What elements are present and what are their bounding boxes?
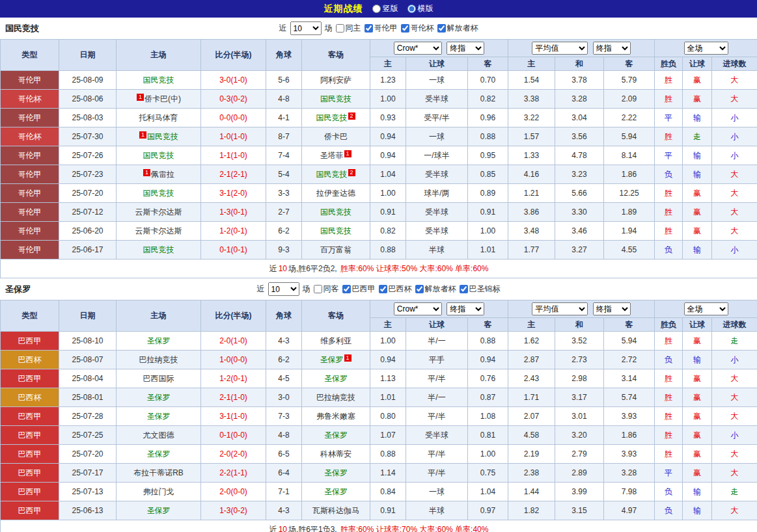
team-link[interactable]: 国民竞技 [320, 94, 351, 103]
team-link[interactable]: 国民竞技 [143, 75, 174, 85]
score-cell[interactable]: 1-3(0-1) [201, 203, 266, 222]
team-link[interactable]: 国民竞技 [316, 170, 348, 179]
layout-radio-vertical[interactable]: 竖版 [372, 3, 398, 14]
team-link[interactable]: 侨卡巴 [324, 132, 348, 141]
team-link[interactable]: 弗鲁米嫩塞 [316, 412, 355, 421]
same-side-checkbox[interactable] [314, 285, 322, 293]
league-filter-哥伦杯[interactable]: 哥伦杯 [401, 23, 434, 34]
team-link[interactable]: 尤文图德 [143, 431, 174, 440]
team-link[interactable]: 国民竞技 [316, 113, 348, 122]
team-link[interactable]: 国民竞技 [143, 151, 174, 160]
team-link[interactable]: 拉伊奎达德 [316, 189, 355, 198]
score-cell[interactable]: 1-1(1-0) [201, 146, 266, 165]
odds-company-select[interactable]: Crow* [394, 42, 442, 55]
odds-company-select[interactable]: Crow* [394, 302, 442, 315]
team-link[interactable]: 侨卡巴(中) [145, 94, 181, 103]
team-link[interactable]: 布拉干蒂诺RB [133, 468, 184, 477]
score-cell[interactable]: 1-0(0-0) [201, 351, 266, 369]
team-link[interactable]: 阿利安萨 [320, 75, 351, 85]
team-link[interactable]: 圣塔菲 [320, 151, 344, 160]
avg-draw-cell: 3.28 [555, 90, 604, 109]
league-checkbox[interactable] [460, 285, 468, 293]
avg-final-select[interactable]: 终指 [593, 302, 631, 315]
score-cell[interactable]: 1-0(1-0) [201, 127, 266, 146]
team-link[interactable]: 云斯卡尔达斯 [135, 226, 182, 235]
team-link[interactable]: 圣保罗 [147, 449, 171, 459]
league-checkbox[interactable] [437, 24, 446, 33]
avg-final-select[interactable]: 终指 [593, 42, 631, 55]
avg-select[interactable]: 平均值 [532, 302, 588, 315]
team-link[interactable]: 巴西国际 [143, 374, 174, 383]
team-link[interactable]: 国民竞技 [143, 245, 174, 254]
score-cell[interactable]: 2-0(0-0) [201, 483, 266, 501]
team-link[interactable]: 国民竞技 [143, 189, 174, 198]
summary-row: 近10场,胜6平2负2, 胜率:60% 让球率:50% 大率:60% 单率:60… [1, 259, 757, 278]
same-side-filter[interactable]: 同客 [314, 284, 339, 295]
league-filter-哥伦甲[interactable]: 哥伦甲 [365, 23, 398, 34]
scope-select[interactable]: 全场 [684, 42, 728, 55]
layout-radio-horizontal-input[interactable] [407, 5, 416, 13]
team-link[interactable]: 圣保罗 [324, 487, 348, 496]
team-link[interactable]: 瓦斯科达伽马 [312, 506, 359, 515]
league-filter-解放者杯[interactable]: 解放者杯 [415, 284, 456, 295]
team-link[interactable]: 佩雷拉 [151, 170, 174, 179]
score-cell[interactable]: 0-1(0-1) [201, 241, 266, 259]
team-link[interactable]: 云斯卡尔达斯 [135, 207, 182, 217]
team-link[interactable]: 圣保罗 [324, 374, 348, 383]
team-link[interactable]: 圣保罗 [320, 355, 344, 364]
score-cell[interactable]: 0-1(0-0) [201, 426, 266, 445]
odds-final-select[interactable]: 终指 [447, 302, 484, 315]
score-cell[interactable]: 2-1(2-1) [201, 165, 266, 184]
league-filter-巴西甲[interactable]: 巴西甲 [342, 284, 376, 295]
same-side-filter[interactable]: 同主 [336, 23, 361, 34]
league-filter-解放者杯[interactable]: 解放者杯 [437, 23, 478, 34]
score-cell[interactable]: 2-1(1-0) [201, 388, 266, 407]
score-cell[interactable]: 2-0(2-0) [201, 445, 266, 464]
same-side-checkbox[interactable] [336, 24, 344, 33]
team-link[interactable]: 巴拉纳竞技 [316, 393, 355, 402]
score-cell[interactable]: 1-3(0-2) [201, 501, 266, 520]
score-cell[interactable]: 3-1(2-0) [201, 184, 266, 203]
team-link[interactable]: 圣保罗 [147, 506, 171, 515]
team-link[interactable]: 圣保罗 [324, 468, 348, 477]
team-link[interactable]: 圣保罗 [147, 412, 171, 421]
odds-away-cell: 0.96 [468, 109, 508, 127]
team-link[interactable]: 圣保罗 [147, 393, 171, 402]
score-cell[interactable]: 1-2(0-1) [201, 369, 266, 388]
team-link[interactable]: 科林蒂安 [320, 449, 351, 459]
score-cell[interactable]: 3-1(1-0) [201, 407, 266, 426]
layout-radio-horizontal[interactable]: 横版 [407, 3, 434, 14]
league-checkbox[interactable] [379, 285, 387, 293]
team-link[interactable]: 国民竞技 [320, 226, 351, 235]
scope-select[interactable]: 全场 [684, 302, 728, 315]
team-link[interactable]: 百万富翁 [320, 245, 351, 254]
team-link[interactable]: 圣保罗 [147, 336, 171, 345]
team-link[interactable]: 弗拉门戈 [143, 487, 174, 496]
layout-radio-vertical-input[interactable] [372, 5, 381, 13]
score-cell[interactable]: 1-2(0-1) [201, 222, 266, 241]
team-link[interactable]: 圣保罗 [324, 431, 348, 440]
score-cell[interactable]: 3-0(1-0) [201, 71, 266, 90]
team-link[interactable]: 维多利亚 [320, 336, 351, 345]
odds-final-select[interactable]: 终指 [447, 42, 484, 55]
team-link[interactable]: 国民竞技 [147, 132, 178, 141]
home-team-cell: 1国民竞技 [117, 127, 201, 146]
score-cell[interactable]: 2-0(1-0) [201, 332, 266, 351]
league-checkbox[interactable] [415, 285, 424, 293]
team-link[interactable]: 国民竞技 [320, 207, 351, 217]
team-link[interactable]: 巴拉纳竞技 [139, 355, 178, 364]
avg-select[interactable]: 平均值 [532, 42, 588, 55]
score-cell[interactable]: 2-2(1-1) [201, 464, 266, 483]
match-count-select[interactable]: 10 [268, 282, 299, 296]
league-checkbox[interactable] [365, 24, 373, 33]
league-checkbox[interactable] [401, 24, 409, 33]
corner-cell: 7-3 [266, 407, 302, 426]
team-link[interactable]: 托利马体育 [139, 113, 178, 122]
stats-table: 类型 日期 主场 比分(半场) 角球 客场 Crow* 终指 平均值 终指 全场 [0, 300, 757, 532]
league-checkbox[interactable] [342, 285, 351, 293]
score-cell[interactable]: 0-0(0-0) [201, 109, 266, 127]
league-filter-巴西杯[interactable]: 巴西杯 [379, 284, 412, 295]
match-count-select[interactable]: 10 [290, 21, 322, 35]
score-cell[interactable]: 0-3(0-2) [201, 90, 266, 109]
league-filter-巴圣锦标[interactable]: 巴圣锦标 [460, 284, 501, 295]
